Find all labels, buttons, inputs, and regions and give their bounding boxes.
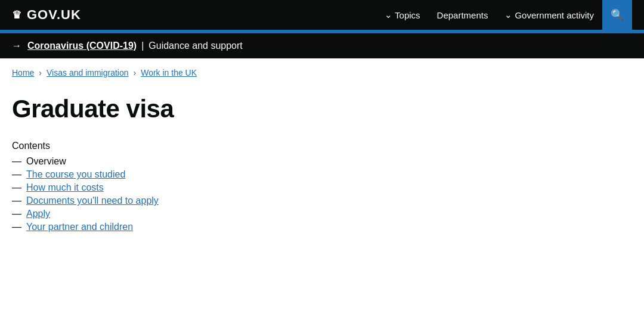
nav-topics[interactable]: ⌄ Topics — [376, 0, 429, 30]
dash-icon: — — [12, 182, 21, 193]
covid-banner: → Coronavirus (COVID-19) | Guidance and … — [0, 33, 644, 58]
dash-icon: — — [12, 222, 21, 232]
page-title: Graduate visa — [12, 95, 561, 123]
list-item: — Your partner and children — [12, 222, 561, 232]
contents-link-cost[interactable]: How much it costs — [26, 182, 104, 193]
arrow-icon: → — [12, 41, 21, 51]
breadcrumb-work[interactable]: Work in the UK — [141, 68, 197, 77]
breadcrumb-separator-2: › — [134, 68, 137, 77]
nav-departments[interactable]: Departments — [429, 0, 497, 30]
chevron-down-icon: ⌄ — [504, 10, 512, 20]
contents-item-overview: Overview — [26, 156, 66, 167]
contents-link-documents[interactable]: Documents you'll need to apply — [26, 195, 159, 206]
dash-icon: — — [12, 169, 21, 180]
nav-government-activity[interactable]: ⌄ Government activity — [496, 0, 602, 30]
search-button[interactable]: 🔍 — [602, 0, 632, 30]
breadcrumb: Home › Visas and immigration › Work in t… — [0, 58, 644, 83]
list-item: — Apply — [12, 209, 561, 219]
dash-icon: — — [12, 209, 21, 219]
logo-text: GOV.UK — [27, 7, 81, 23]
crown-icon: ♛ — [12, 8, 22, 21]
list-item: — How much it costs — [12, 182, 561, 193]
list-item: — Overview — [12, 156, 561, 167]
contents-link-apply[interactable]: Apply — [26, 209, 50, 219]
contents-link-course[interactable]: The course you studied — [26, 169, 125, 180]
breadcrumb-home[interactable]: Home — [12, 68, 34, 77]
dash-icon: — — [12, 195, 21, 206]
covid-link[interactable]: Coronavirus (COVID-19) — [27, 41, 137, 51]
search-icon: 🔍 — [611, 8, 624, 21]
site-header: ♛ GOV.UK ⌄ Topics Departments ⌄ Governme… — [0, 0, 644, 30]
dash-icon: — — [12, 156, 21, 167]
list-item: — The course you studied — [12, 169, 561, 180]
covid-divider: | — [141, 41, 144, 51]
gov-uk-logo[interactable]: ♛ GOV.UK — [12, 7, 81, 23]
main-nav: ⌄ Topics Departments ⌄ Government activi… — [376, 0, 632, 30]
contents-list: — Overview — The course you studied — Ho… — [12, 156, 561, 232]
breadcrumb-visas[interactable]: Visas and immigration — [47, 68, 128, 77]
breadcrumb-separator-1: › — [39, 68, 42, 77]
contents-link-partner[interactable]: Your partner and children — [26, 222, 133, 232]
covid-support-text: Guidance and support — [148, 41, 242, 51]
contents-label: Contents — [12, 141, 561, 151]
list-item: — Documents you'll need to apply — [12, 195, 561, 206]
chevron-down-icon: ⌄ — [385, 10, 392, 20]
main-content: Graduate visa Contents — Overview — The … — [0, 83, 572, 259]
